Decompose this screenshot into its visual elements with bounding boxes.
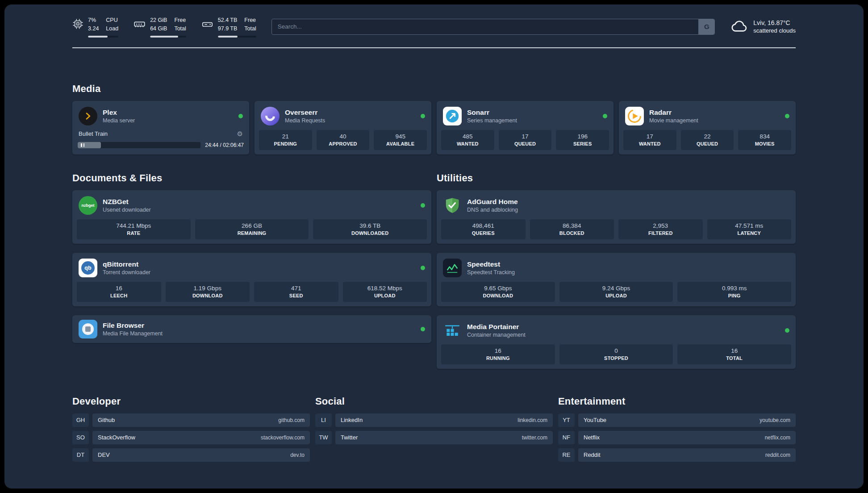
weather-widget: Lviv, 16.87°C scattered clouds (730, 17, 796, 37)
adguard-card[interactable]: AdGuard Home DNS and adblocking 498,461 … (437, 190, 796, 244)
bookmark-name: Github (98, 417, 115, 423)
section-title-media: Media (72, 83, 796, 95)
stat-value: 834 (740, 133, 789, 140)
app-name: File Browser (103, 322, 163, 330)
bookmark-dev[interactable]: DT DEV dev.to (72, 448, 310, 462)
bookmark-youtube[interactable]: YT YouTube youtube.com (558, 414, 796, 427)
section-utilities: Utilities AdGuard Home DNS and adblockin… (437, 172, 796, 369)
bookmark-stackoverflow[interactable]: SO StackOverflow stackoverflow.com (72, 431, 310, 444)
stat-label: DOWNLOAD (443, 293, 553, 298)
cpu-load-value: 3.24 (88, 25, 99, 33)
stat-value: 945 (376, 133, 425, 140)
status-dot (603, 114, 607, 118)
stat-value: 1.19 Gbps (167, 285, 248, 292)
stat-label: DOWNLOADED (315, 230, 425, 236)
plex-meta: Plex Media server (103, 109, 135, 124)
bookmark-name: Twitter (341, 434, 358, 441)
stat-box: 834 MOVIES (738, 130, 791, 150)
app-subtitle: Media Requests (285, 117, 325, 124)
weather-location: Lviv, 16.87°C (753, 19, 796, 26)
stat-label: LATENCY (709, 230, 790, 236)
radarr-card[interactable]: Radarr Movie management 17 WANTED 22 QUE… (619, 101, 796, 155)
disk-total-value: 97.9 TB (218, 25, 238, 33)
bookmark-abbr: DT (72, 448, 89, 462)
stat-label: WANTED (443, 141, 492, 146)
portainer-meta: Media Portainer Container management (467, 323, 526, 338)
bookmark-url: youtube.com (760, 417, 790, 423)
adguard-card-header: AdGuard Home DNS and adblocking (441, 194, 791, 219)
stat-value: 498,461 (443, 222, 524, 229)
stat-value: 266 GB (197, 222, 307, 229)
qbittorrent-stats: 16 LEECH 1.19 Gbps DOWNLOAD 471 SEED 618… (77, 282, 427, 302)
portainer-card[interactable]: Media Portainer Container management 16 … (437, 315, 796, 369)
pause-icon[interactable] (81, 143, 84, 147)
bookmark-twitter[interactable]: TW Twitter twitter.com (315, 431, 553, 444)
nzbget-card-header: nzbget NZBGet Usenet downloader (77, 194, 427, 219)
bookmark-linkedin[interactable]: LI LinkedIn linkedin.com (315, 414, 553, 427)
stat-box: 618.52 Mbps UPLOAD (343, 282, 427, 302)
player-progress-track[interactable] (78, 142, 200, 148)
stat-box: 471 SEED (254, 282, 338, 302)
ram-progress-bar (150, 36, 186, 38)
stat-box: 9.65 Gbps DOWNLOAD (441, 282, 555, 302)
portainer-crane-icon (443, 321, 462, 340)
app-name: Media Portainer (467, 323, 526, 331)
radarr-icon (625, 107, 644, 125)
speedtest-card-header: Speedtest Speedtest Tracking (441, 257, 791, 282)
bookmark-reddit[interactable]: RE Reddit reddit.com (558, 448, 796, 462)
bookmark-netflix[interactable]: NF Netflix netflix.com (558, 431, 796, 444)
filebrowser-card-header: File Browser Media File Management (77, 319, 427, 339)
stat-box: 16 LEECH (77, 282, 161, 302)
stat-label: APPROVED (318, 141, 368, 146)
search-input[interactable] (271, 19, 715, 35)
overseerr-meta: Overseerr Media Requests (285, 109, 325, 124)
stat-value: 16 (79, 285, 159, 292)
app-name: Plex (103, 109, 135, 117)
app-subtitle: Media server (103, 117, 135, 124)
ram-free-label: Free (174, 16, 186, 25)
filebrowser-icon (79, 320, 97, 338)
status-dot (421, 114, 425, 118)
plex-card[interactable]: Plex Media server Bullet Train ⚙ 24:44 /… (72, 101, 249, 155)
sonarr-card[interactable]: Sonarr Series management 485 WANTED 17 Q… (437, 101, 613, 155)
qbittorrent-card-header: qb qBittorrent Torrent downloader (77, 257, 427, 282)
plex-card-header: Plex Media server (77, 105, 245, 130)
app-subtitle: Movie management (649, 117, 698, 124)
speedtest-card[interactable]: Speedtest Speedtest Tracking 9.65 Gbps D… (437, 253, 796, 306)
section-title-developer: Developer (72, 396, 310, 407)
ram-metric: 22 GiB 64 GiB Free Total (134, 16, 186, 38)
portainer-card-header: Media Portainer Container management (441, 319, 791, 344)
overseerr-stats: 21 PENDING 40 APPROVED 945 AVAILABLE (259, 130, 427, 150)
nzbget-card[interactable]: nzbget NZBGet Usenet downloader 744.21 M… (72, 190, 431, 244)
media-grid: Plex Media server Bullet Train ⚙ 24:44 /… (72, 101, 796, 155)
stat-value: 9.65 Gbps (443, 285, 553, 292)
filebrowser-card[interactable]: File Browser Media File Management (72, 315, 431, 343)
bookmark-abbr: TW (315, 431, 332, 444)
stat-label: STOPPED (561, 355, 672, 361)
portainer-stats: 16 RUNNING 0 STOPPED 16 TOTAL (441, 344, 791, 364)
app-name: qBittorrent (103, 260, 150, 268)
overseerr-card[interactable]: Overseerr Media Requests 21 PENDING 40 A… (255, 101, 431, 155)
sonarr-meta: Sonarr Series management (467, 109, 517, 124)
section-title-social: Social (315, 396, 553, 407)
stat-label: LEECH (79, 293, 159, 298)
sonarr-icon (443, 107, 462, 125)
gear-icon[interactable]: ⚙ (237, 130, 243, 138)
stat-box: 16 TOTAL (677, 344, 791, 364)
stat-label: SERIES (558, 141, 607, 146)
cloud-icon (730, 17, 749, 37)
nzbget-icon-text: nzbget (82, 203, 95, 208)
stat-label: UPLOAD (345, 293, 426, 298)
stat-label: QUEUED (683, 141, 732, 146)
bookmark-abbr: SO (72, 431, 89, 444)
disk-progress-fill (218, 36, 238, 38)
cpu-metric: 7% 3.24 CPU Load (72, 16, 118, 38)
stat-value: 17 (625, 133, 675, 140)
search-engine-button[interactable]: G (698, 19, 714, 34)
qbittorrent-card[interactable]: qb qBittorrent Torrent downloader 16 LEE… (72, 253, 431, 306)
cpu-label: CPU (106, 16, 118, 25)
bookmark-url: dev.to (290, 452, 305, 458)
nzbget-icon: nzbget (79, 196, 97, 215)
bookmark-github[interactable]: GH Github github.com (72, 414, 310, 427)
stat-box: 0.993 ms PING (677, 282, 791, 302)
